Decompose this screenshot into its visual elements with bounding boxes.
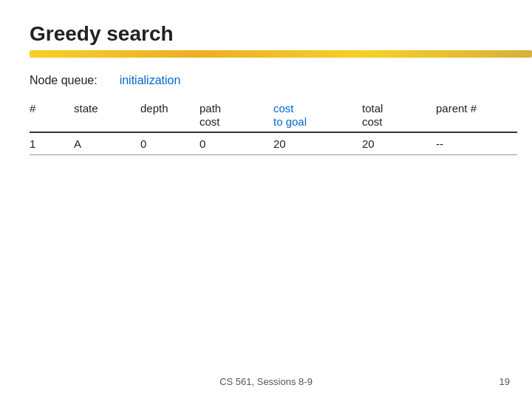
highlight-bar	[30, 50, 532, 58]
page-number: 19	[499, 376, 510, 387]
table-container: # state depth path cost cost to goal tot…	[30, 102, 517, 155]
col-header-parent: parent #	[436, 102, 525, 129]
node-queue-row: Node queue: initialization	[30, 74, 502, 87]
table-header-row: # state depth path cost cost to goal tot…	[30, 102, 517, 133]
col-header-totalcost: total cost	[362, 102, 436, 129]
initialization-label: initialization	[120, 74, 181, 87]
cell-state: A	[74, 137, 140, 150]
table-row: 1 A 0 0 20 20 --	[30, 133, 517, 155]
cell-parent: --	[436, 137, 525, 150]
page-title: Greedy search	[30, 22, 502, 46]
col-header-num: #	[30, 102, 74, 129]
col-header-depth: depth	[140, 102, 200, 129]
cell-depth: 0	[140, 137, 200, 150]
node-queue-label: Node queue:	[30, 74, 98, 87]
col-header-pathcost: path cost	[200, 102, 273, 129]
cell-costtgoal: 20	[273, 137, 362, 150]
cell-num: 1	[30, 137, 74, 150]
col-header-state: state	[74, 102, 140, 129]
col-header-costtgoal: cost to goal	[273, 102, 362, 129]
slide: Greedy search Node queue: initialization…	[0, 0, 532, 399]
cell-pathcost: 0	[200, 137, 273, 150]
footer-text: CS 561, Sessions 8-9	[219, 376, 313, 387]
cell-totalcost: 20	[362, 137, 436, 150]
footer: CS 561, Sessions 8-9	[0, 376, 532, 387]
